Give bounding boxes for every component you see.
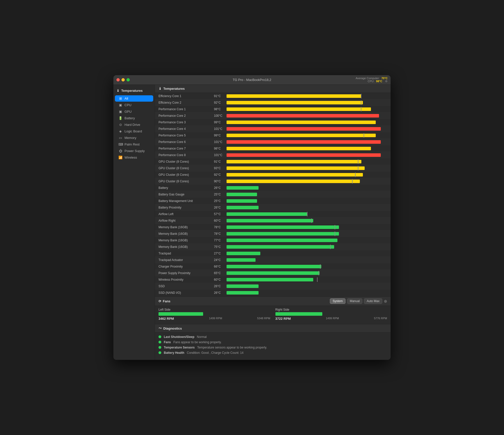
temp-bar-container [227,140,387,144]
temp-bar [227,127,381,131]
sidebar-item-powersupply[interactable]: ⏻Power Supply [115,148,153,154]
sidebar-item-cpu[interactable]: ▣CPU [115,102,153,108]
manual-button[interactable]: Manual [347,298,362,304]
sidebar-item-memory[interactable]: ▭Memory [115,135,153,141]
sidebar-item-palmrest[interactable]: ⌨Palm Rest [115,141,153,148]
temp-name: Performance Core 7 [159,147,214,150]
temp-value: 91°C [214,160,227,163]
sidebar-icon-cpu: ▣ [118,103,122,107]
temp-bar [227,140,381,144]
sidebar: 🌡 Temperatures ⊞All▣CPU▣GPU🔋Battery⊙Hard… [113,85,155,360]
sidebar-icon-memory: ▭ [118,136,122,140]
avg-value: 70°C [381,77,388,80]
temp-name: Performance Core 5 [159,134,214,137]
temp-row: Performance Core 6 101°C [155,139,391,145]
diag-label: Battery Health [164,351,184,355]
temp-row: Memory Bank (16GB) 78°C [155,224,391,230]
left-fan-max-rpm: 5348 RPM [257,317,270,321]
sidebar-label-wireless: Wireless [124,156,137,159]
sidebar-section-label: Temperatures [121,89,143,93]
settings-icon[interactable]: ⚙ [385,80,388,83]
temp-row: Performance Core 1 98°C [155,106,391,112]
temp-row: Battery Management Unit 25°C [155,198,391,204]
temp-name: SSD [159,284,214,288]
temp-row: GPU Cluster (8 Cores) 90°C [155,178,391,185]
diag-icon: 〜 [159,326,162,331]
sidebar-label-cpu: CPU [124,103,131,107]
diag-title: Diagnostics [163,327,182,330]
sidebar-item-harddrive[interactable]: ⊙Hard Drive [115,122,153,128]
sidebar-item-gpu[interactable]: ▣GPU [115,108,153,115]
right-fan: Right Side 3722 RPM 1499 RPM 5776 RPM [275,308,387,321]
temp-bar-container [227,193,387,196]
right-fan-label: Right Side [275,308,387,311]
temp-bar [227,225,339,229]
temp-row: Battery Gas Gauge 25°C [155,191,391,198]
temp-bar [227,219,313,222]
temp-value: 90°C [214,180,227,183]
temp-name: Battery Proximity [159,206,214,209]
left-fan-min-rpm: 1499 RPM [209,317,222,321]
temp-row: Performance Core 7 98°C [155,145,391,152]
left-fan-label: Left Side [159,308,270,311]
right-fan-bar [275,312,322,316]
temp-name: GPU Cluster (8 Cores) [159,160,214,163]
diag-label: Fans [164,340,171,344]
temp-row: Power Supply Proximity 65°C [155,270,391,276]
header-stats: Average Computer: 70°C CPU: 98°C ⚙ [356,77,388,83]
zoom-button[interactable] [127,78,130,81]
diag-status-dot [159,335,161,338]
sidebar-item-wireless[interactable]: 📶Wireless [115,154,153,161]
temp-value: 101°C [214,127,227,131]
sidebar-item-battery[interactable]: 🔋Battery [115,115,153,121]
temp-row: Wireless Proximity 60°C [155,276,391,283]
temp-bar [227,166,365,170]
temp-row: Performance Core 3 99°C [155,119,391,126]
temp-bar-container [227,239,387,242]
fans-menu-icon[interactable]: ⊕ [384,299,387,304]
diag-row: Last Shutdown/Sleep Normal [159,335,387,339]
temp-bar-container [227,147,387,150]
temp-value: 27°C [214,252,227,255]
sidebar-label-gpu: GPU [124,110,132,113]
temp-section-label: Temperatures [163,87,185,91]
temp-bar-container [227,107,387,111]
sidebar-icon-logicboard: ◈ [118,129,122,133]
temp-name: Performance Core 1 [159,107,214,111]
temp-bar [227,147,371,150]
temp-name: Efficiency Core 1 [159,94,214,98]
left-fan-current-rpm: 3462 RPM [159,317,174,321]
avg-label: Average Computer: [356,77,380,80]
system-button[interactable]: System [330,298,345,304]
fans-section: ⟳ Fans System Manual Auto Max ⊕ Left S [155,296,391,324]
temp-value: 57°C [214,212,227,216]
fans-row: Left Side 3462 RPM 1499 RPM 5348 RPM [159,308,387,321]
sidebar-icon-harddrive: ⊙ [118,123,122,127]
temp-name: Battery Management Unit [159,199,214,203]
sidebar-item-logicboard[interactable]: ◈Logic Board [115,128,153,134]
temp-bar-container [227,278,387,281]
temp-name: Charger Proximity [159,265,214,268]
temp-row: SSD 26°C [155,283,391,289]
temp-name: GPU Cluster (8 Cores) [159,180,214,183]
close-button[interactable] [116,78,120,81]
minimize-button[interactable] [121,78,125,81]
temp-bar [227,232,339,236]
temp-row: Performance Core 8 101°C [155,152,391,158]
automax-button[interactable]: Auto Max [364,298,382,304]
temp-bar [227,284,259,288]
temp-bar-container [227,166,387,170]
temp-row: Trackpad Actuator 24°C [155,257,391,263]
thermometer-icon: 🌡 [116,89,120,93]
sidebar-item-all[interactable]: ⊞All [115,95,153,102]
temp-bar-container [227,114,387,118]
fans-controls: System Manual Auto Max ⊕ [330,298,387,304]
sidebar-label-powersupply: Power Supply [124,149,145,153]
temp-value: 26°C [214,206,227,209]
temp-bar [227,153,381,157]
temp-row: Airflow Right 60°C [155,217,391,224]
temp-value: 25°C [214,199,227,203]
left-fan-bar-container [159,312,270,316]
right-fan-bar-container [275,312,387,316]
temp-bar-container [227,173,387,177]
